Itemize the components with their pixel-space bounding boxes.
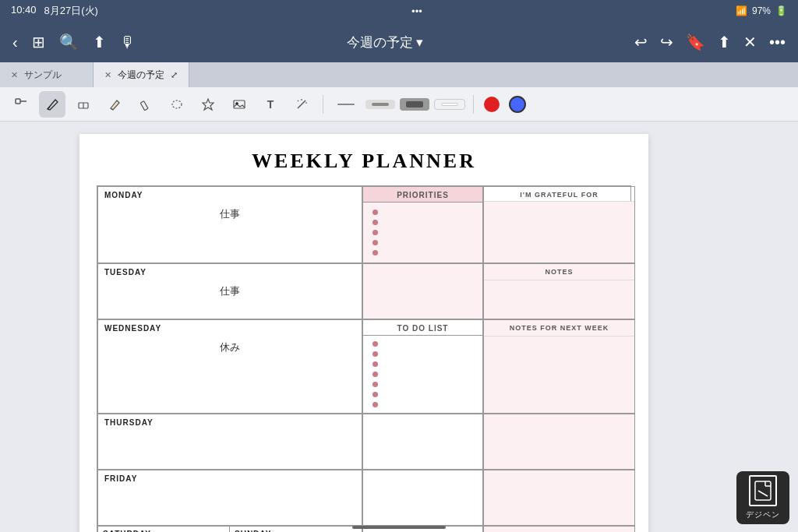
text-tool-label: T [267, 98, 274, 111]
toolbar-separator2 [473, 95, 474, 114]
priorities-header: PRIORITIES [363, 187, 482, 203]
todo-body [363, 336, 482, 413]
notes-next-week-body[interactable] [484, 336, 634, 413]
tab-close-weekly[interactable]: ✕ [104, 70, 111, 80]
notes-nw-ext3 [483, 526, 635, 532]
todo-item-6[interactable] [373, 389, 473, 400]
grateful-ext: NOTES [483, 263, 635, 319]
tab-sample[interactable]: ✕ サンプル [0, 62, 94, 87]
todo-item-3[interactable] [373, 359, 473, 369]
todo-ext2 [362, 470, 483, 526]
priorities-list [373, 207, 473, 258]
priority-item-1[interactable] [373, 207, 473, 217]
todo-item-7[interactable] [373, 400, 473, 410]
white-line [441, 103, 458, 106]
nav-right: ↩ ↪ 🔖 ⬆ ✕ ••• [634, 33, 786, 51]
todo-ext1 [362, 414, 483, 470]
close-icon[interactable]: ✕ [743, 33, 757, 51]
thick-line [406, 101, 423, 107]
notes-header: NOTES [484, 264, 634, 280]
home-bar [352, 526, 446, 529]
status-center: ••• [411, 5, 422, 17]
notes-next-week-header: NOTES FOR NEXT WEEK [484, 320, 634, 336]
tab-expand-icon[interactable]: ⤢ [171, 70, 178, 80]
status-right: 📶 97% 🔋 [736, 5, 787, 16]
priorities-section: PRIORITIES [362, 186, 483, 263]
eraser-tool-btn[interactable] [70, 91, 97, 118]
todo-header: TO DO LIST [363, 320, 482, 336]
priority-item-3[interactable] [373, 227, 473, 238]
saturday-cell: SATURDAY [98, 527, 230, 532]
pen-tool-btn[interactable] [39, 91, 65, 118]
text-tool-btn[interactable]: T [257, 91, 284, 118]
medium-line [372, 103, 389, 106]
priority-item-2[interactable] [373, 217, 473, 227]
stroke-thin[interactable] [331, 100, 361, 108]
tab-weekly[interactable]: ✕ 今週の予定 ⤢ [94, 62, 189, 87]
export-icon[interactable]: ⬆ [718, 33, 731, 51]
redo-icon[interactable]: ↪ [660, 33, 673, 51]
planner-page: WEEKLY PLANNER MONDAY 仕事 PRIORITIES [79, 134, 648, 532]
back-icon[interactable]: ‹ [12, 33, 18, 51]
priority-item-5[interactable] [373, 248, 473, 258]
star-tool-btn[interactable] [195, 91, 221, 118]
svg-rect-6 [140, 100, 148, 110]
wednesday-label: WEDNESDAY [104, 324, 355, 333]
thursday-label: THURSDAY [104, 418, 355, 427]
search-icon[interactable]: 🔍 [59, 33, 79, 51]
pencil-tool-btn[interactable] [101, 91, 128, 118]
image-tool-btn[interactable] [226, 91, 252, 118]
grateful-section: I'M GRATEFUL FOR [483, 186, 635, 263]
wifi-icon: 📶 [736, 5, 747, 16]
svg-point-7 [172, 100, 182, 108]
stroke-white[interactable] [434, 99, 465, 110]
red-color-btn[interactable] [484, 97, 500, 112]
mic-icon[interactable]: 🎙 [120, 33, 136, 51]
nav-title-area[interactable]: 今週の予定 ▾ [347, 33, 423, 51]
logo-box: デジペン [736, 471, 789, 524]
grid-icon[interactable]: ⊞ [32, 33, 45, 51]
priority-item-4[interactable] [373, 238, 473, 248]
todo-item-4[interactable] [373, 369, 473, 379]
tuesday-label: TUESDAY [104, 268, 355, 277]
notes-next-week-section: NOTES FOR NEXT WEEK [483, 319, 635, 414]
todo-item-2[interactable] [373, 349, 473, 359]
tuesday-cell: TUESDAY 仕事 [97, 263, 362, 319]
marker-tool-btn[interactable] [132, 91, 159, 118]
more-icon[interactable]: ••• [769, 33, 786, 51]
status-bar: 10:40 8月27日(火) ••• 📶 97% 🔋 [0, 0, 798, 22]
wednesday-content[interactable]: 休み [104, 336, 355, 354]
grateful-body[interactable] [484, 202, 634, 262]
todo-item-5[interactable] [373, 379, 473, 389]
weekend-row: SATURDAY SUNDAY [97, 526, 362, 532]
lasso-tool-btn[interactable] [8, 91, 34, 118]
lasso2-tool-btn[interactable] [164, 91, 190, 118]
stroke-thick[interactable] [400, 98, 429, 111]
nav-title: 今週の予定 [347, 33, 413, 51]
todo-item-1[interactable] [373, 339, 473, 349]
nav-bar: ‹ ⊞ 🔍 ⬆ 🎙 今週の予定 ▾ ↩ ↪ 🔖 ⬆ ✕ ••• [0, 22, 798, 62]
tab-close-sample[interactable]: ✕ [11, 70, 18, 80]
battery-icon: 🔋 [775, 5, 787, 16]
priorities-ext [362, 263, 483, 319]
friday-label: FRIDAY [104, 474, 355, 483]
monday-content[interactable]: 仕事 [104, 203, 355, 221]
toolbar-separator [323, 95, 323, 114]
thursday-cell: THURSDAY [97, 414, 362, 470]
svg-rect-0 [16, 99, 20, 104]
todo-section: TO DO LIST [362, 319, 483, 414]
share-icon[interactable]: ⬆ [93, 33, 106, 51]
bookmark-icon[interactable]: 🔖 [686, 33, 705, 51]
tuesday-content[interactable]: 仕事 [104, 280, 355, 298]
friday-content[interactable] [104, 486, 355, 491]
svg-line-12 [298, 100, 298, 101]
thursday-content[interactable] [104, 430, 355, 435]
svg-marker-8 [203, 99, 214, 110]
blue-color-btn[interactable] [509, 96, 526, 113]
notes-body[interactable] [484, 280, 634, 312]
todo-list [373, 339, 473, 410]
undo-icon[interactable]: ↩ [634, 33, 648, 51]
status-dots: ••• [411, 5, 422, 17]
magic-tool-btn[interactable] [288, 91, 315, 118]
stroke-medium[interactable] [365, 100, 395, 109]
